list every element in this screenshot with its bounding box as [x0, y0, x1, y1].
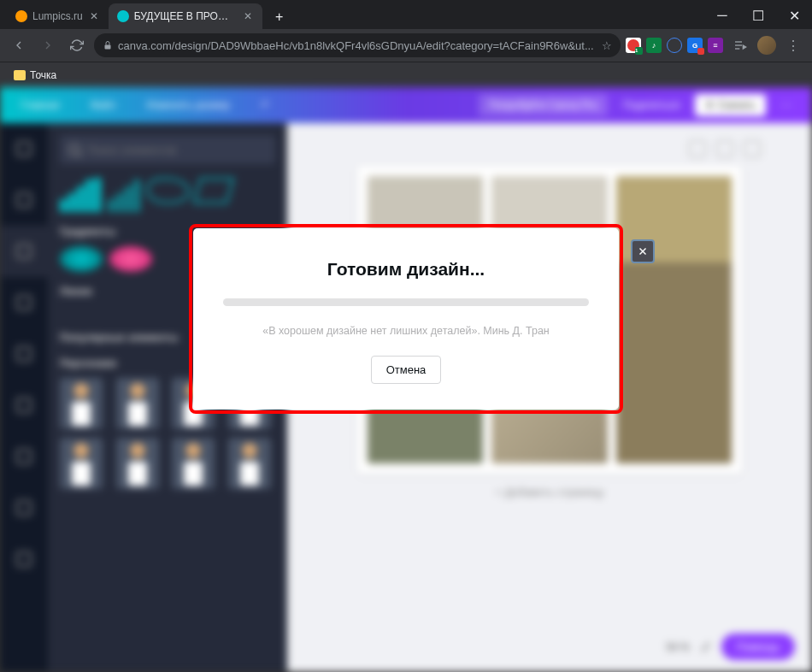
modal-overlay: Готовим дизайн... «В хорошем дизайне нет…: [0, 87, 812, 672]
tab-canva[interactable]: БУДУЩЕЕ В ПРОШЛОМ — Фото ✕: [109, 3, 262, 29]
ext-purple-icon[interactable]: ≡: [708, 38, 723, 53]
modal-quote: «В хорошем дизайне нет лишних деталей». …: [219, 325, 593, 337]
reload-button[interactable]: [65, 33, 89, 57]
browser-toolbar: canva.com/design/DAD9WbbaeHc/vb1n8lvkQFr…: [0, 29, 812, 62]
address-bar[interactable]: canva.com/design/DAD9WbbaeHc/vb1n8lvkQFr…: [94, 33, 621, 57]
menu-icon[interactable]: ⋮: [781, 33, 805, 57]
preparing-design-modal: Готовим дизайн... «В хорошем дизайне нет…: [193, 228, 619, 410]
favicon-lumpics: [15, 10, 27, 22]
close-modal-button[interactable]: [631, 239, 655, 263]
extensions: 1 ♪ G ≡: [626, 38, 723, 53]
tab-title: Lumpics.ru: [32, 10, 83, 22]
bookmark-label: Точка: [30, 69, 56, 81]
bookmark-tochka[interactable]: Точка: [9, 67, 62, 84]
star-icon[interactable]: ☆: [602, 39, 612, 52]
lock-icon: [103, 40, 113, 50]
bookmarks-bar: Точка: [0, 62, 812, 87]
cancel-button[interactable]: Отмена: [371, 356, 442, 384]
close-icon[interactable]: ✕: [88, 10, 100, 22]
close-window-button[interactable]: ✕: [776, 2, 812, 29]
tab-title: БУДУЩЕЕ В ПРОШЛОМ — Фото: [134, 10, 237, 22]
ext-blue-icon[interactable]: G: [687, 38, 703, 53]
new-tab-button[interactable]: +: [268, 5, 291, 29]
ext-globe-icon[interactable]: [667, 38, 682, 53]
svg-rect-0: [105, 45, 111, 50]
url-text: canva.com/design/DAD9WbbaeHc/vb1n8lvkQFr…: [118, 39, 597, 52]
avatar[interactable]: [757, 36, 776, 55]
browser-titlebar: Lumpics.ru ✕ БУДУЩЕЕ В ПРОШЛОМ — Фото ✕ …: [0, 0, 812, 29]
modal-title: Готовим дизайн...: [219, 259, 593, 280]
favicon-canva: [117, 10, 129, 22]
ext-adblock-icon[interactable]: 1: [626, 38, 641, 53]
back-button[interactable]: [7, 33, 31, 57]
progress-bar: [223, 298, 589, 306]
minimize-button[interactable]: ─: [704, 2, 740, 29]
forward-button[interactable]: [36, 33, 60, 57]
maximize-button[interactable]: ☐: [740, 2, 776, 29]
annotation-highlight: [189, 224, 623, 414]
playlist-icon[interactable]: [728, 33, 752, 57]
svg-marker-4: [743, 45, 745, 49]
close-icon[interactable]: ✕: [242, 10, 254, 22]
folder-icon: [14, 70, 26, 80]
tab-lumpics[interactable]: Lumpics.ru ✕: [7, 3, 109, 29]
ext-green-icon[interactable]: ♪: [646, 38, 662, 53]
